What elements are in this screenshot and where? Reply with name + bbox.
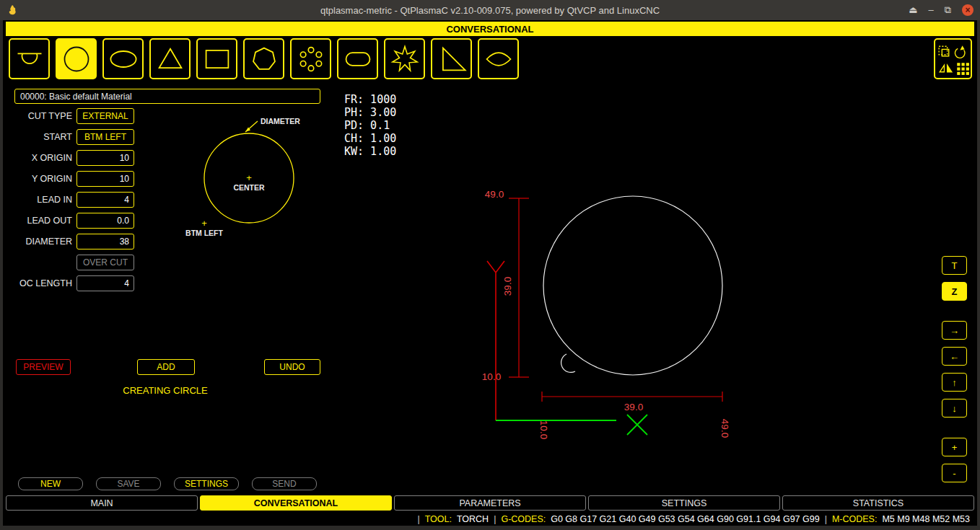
y-origin-row: Y ORIGIN <box>3 171 134 187</box>
mcodes-label: M-CODES: <box>832 514 878 524</box>
param-kerf-width: KW: 1.00 <box>344 145 396 158</box>
lead-out-input[interactable] <box>76 213 134 229</box>
minimize-icon[interactable]: – <box>928 4 933 16</box>
transform-functions-icon <box>937 43 970 76</box>
lead-in-input[interactable] <box>76 192 134 208</box>
circle-icon <box>61 43 92 75</box>
tool-value: TORCH <box>457 514 489 524</box>
send-button[interactable]: SEND <box>252 477 317 490</box>
lead-in-label: LEAD IN <box>3 195 72 205</box>
cut-type-button[interactable]: EXTERNAL <box>76 108 134 124</box>
param-pierce-height: PH: 3.00 <box>344 106 396 119</box>
lead-in-row: LEAD IN <box>3 192 134 208</box>
dim-label-bottom: 10.0 <box>482 371 501 382</box>
close-icon[interactable]: × <box>962 4 974 16</box>
polygon-tool-button[interactable] <box>243 38 284 79</box>
gcodes-value: G0 G8 G17 G21 G40 G49 G53 G54 G64 G90 G9… <box>551 514 819 524</box>
eject-icon[interactable]: ⏏ <box>909 4 917 16</box>
triangle-tool-button[interactable] <box>149 38 191 79</box>
save-button[interactable]: SAVE <box>96 477 161 490</box>
diagram-diameter-label: DIAMETER <box>261 117 300 125</box>
bolt-circle-icon <box>295 43 327 75</box>
param-feed-rate: FR: 1000 <box>344 93 396 106</box>
settings-button[interactable]: SETTINGS <box>174 477 239 490</box>
slot-tool-button[interactable] <box>337 38 378 79</box>
star-tool-button[interactable] <box>384 38 425 79</box>
status-bar: | TOOL: TORCH | G-CODES: G0 G8 G17 G21 G… <box>3 512 977 526</box>
app-window: qtplasmac-metric - QtPlasmaC v2.10-009.0… <box>0 0 980 530</box>
restore-icon[interactable]: ⧉ <box>945 4 951 16</box>
lens-tool-button[interactable] <box>478 38 519 79</box>
add-button[interactable]: ADD <box>137 359 195 375</box>
lines-and-arcs-tool-button[interactable] <box>9 38 50 79</box>
tab-conversational[interactable]: CONVERSATIONAL <box>200 495 392 511</box>
center-mark: + <box>246 172 252 183</box>
tab-main[interactable]: MAIN <box>6 495 198 511</box>
lines-and-arcs-icon <box>14 43 45 75</box>
over-cut-row: OVER CUT <box>3 255 134 270</box>
param-cut-height: CH: 1.00 <box>344 132 396 145</box>
start-button[interactable]: BTM LEFT <box>76 129 134 145</box>
btm-left-mark: + <box>201 218 207 229</box>
tab-parameters[interactable]: PARAMETERS <box>394 495 586 511</box>
view-t-button[interactable]: T <box>942 256 967 275</box>
zoom-in-button[interactable]: + <box>942 438 967 456</box>
app-area: CONVERSATIONAL <box>3 20 977 526</box>
rectangle-tool-button[interactable] <box>196 38 237 79</box>
dim-label-width: 39.0 <box>624 402 643 412</box>
diagram-btm-left-label: BTM LEFT <box>185 229 223 237</box>
polygon-icon <box>248 43 280 75</box>
pan-down-button[interactable]: ↓ <box>942 399 967 418</box>
x-origin-row: X ORIGIN <box>3 150 134 166</box>
cut-type-row: CUT TYPE EXTERNAL <box>3 108 134 124</box>
diagram-center-label: CENTER <box>233 183 265 192</box>
gusset-icon <box>436 43 468 75</box>
status-separator: | <box>417 514 419 524</box>
status-separator: | <box>825 514 827 524</box>
pan-left-button[interactable]: ← <box>942 347 967 366</box>
mcodes-value: M5 M9 M48 M52 M53 <box>882 514 970 524</box>
pan-up-button[interactable]: ↑ <box>942 373 967 392</box>
x-origin-input[interactable] <box>76 150 134 166</box>
param-pierce-delay: PD: 0.1 <box>344 119 390 132</box>
new-button[interactable]: NEW <box>18 477 83 490</box>
diameter-input[interactable] <box>76 234 134 249</box>
start-label: START <box>3 132 72 142</box>
pan-right-button[interactable]: → <box>942 321 967 340</box>
y-origin-label: Y ORIGIN <box>3 174 72 184</box>
dim-label-left: 10.0 <box>538 420 549 439</box>
x-axis-marker <box>627 415 647 435</box>
lead-in-arc <box>561 354 575 372</box>
zoom-out-button[interactable]: - <box>942 464 967 482</box>
tab-statistics[interactable]: STATISTICS <box>782 495 974 511</box>
oc-length-label: OC LENGTH <box>3 278 72 288</box>
ellipse-tool-button[interactable] <box>102 38 144 79</box>
ellipse-icon <box>108 43 139 75</box>
circle-tool-button[interactable] <box>56 38 97 79</box>
lens-icon <box>483 43 515 75</box>
transform-functions-button[interactable] <box>934 38 972 79</box>
dim-label-right: 49.0 <box>719 419 730 438</box>
main-tab-bar: MAIN CONVERSATIONAL PARAMETERS SETTINGS … <box>6 495 974 511</box>
gusset-tool-button[interactable] <box>431 38 472 79</box>
circle-help-diagram: DIAMETER + CENTER + BTM LEFT <box>173 112 325 243</box>
tab-settings[interactable]: SETTINGS <box>588 495 780 511</box>
star-icon <box>389 43 421 75</box>
undo-button[interactable]: UNDO <box>264 359 320 375</box>
over-cut-button[interactable]: OVER CUT <box>76 255 134 270</box>
preview-canvas: FR: 1000 PH: 3.00 PD: 0.1 CH: 1.00 KW: 1… <box>334 88 932 485</box>
cut-path-circle <box>543 196 722 375</box>
bolt-circle-tool-button[interactable] <box>290 38 331 79</box>
material-select[interactable]: 00000: Basic default Material <box>14 89 320 104</box>
triangle-icon <box>154 43 186 75</box>
diameter-row: DIAMETER <box>3 234 134 249</box>
oc-length-input[interactable] <box>76 275 134 291</box>
y-origin-input[interactable] <box>76 171 134 187</box>
preview-button[interactable]: PREVIEW <box>16 359 71 375</box>
start-row: START BTM LEFT <box>3 129 134 145</box>
preview-area: FR: 1000 PH: 3.00 PD: 0.1 CH: 1.00 KW: 1… <box>334 88 932 485</box>
cut-type-label: CUT TYPE <box>3 111 72 121</box>
view-z-button[interactable]: Z <box>942 282 967 301</box>
tool-label: TOOL: <box>425 514 452 524</box>
conversational-panel: 00000: Basic default Material CUT TYPE E… <box>3 88 333 485</box>
